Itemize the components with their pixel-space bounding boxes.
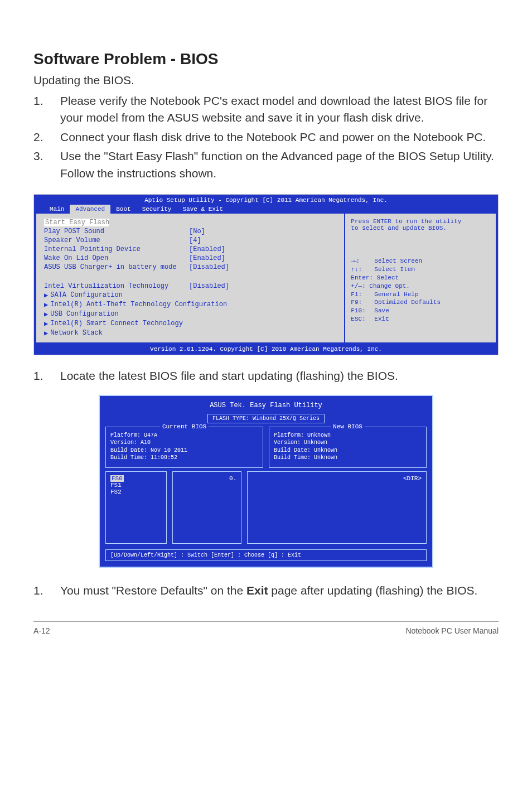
bios-footer: Version 2.01.1204. Copyright [C] 2010 Am… (34, 345, 498, 355)
submenu-arrow-icon: ▶ (44, 291, 50, 299)
step-4-text: Locate the latest BIOS file and start up… (60, 368, 398, 384)
bios-title: Aptio Setup Utility - Copyright [C] 2011… (34, 195, 498, 204)
drive-fs2[interactable]: FS2 (110, 489, 162, 495)
smart-connect-item[interactable]: Intel(R) Smart Connect Technology (50, 320, 195, 328)
drive-fs0[interactable]: FS0 (110, 475, 124, 482)
easy-flash-screenshot: ASUS Tek. Easy Flash Utility FLASH TYPE:… (99, 395, 433, 568)
anti-theft-item[interactable]: Intel(R) Anti-Theft Technology Configura… (50, 301, 227, 309)
section-heading: Software Problem - BIOS (33, 50, 499, 68)
help-select-item: Select Item (374, 265, 415, 274)
page-footer: A-12 Notebook PC User Manual (33, 621, 499, 635)
speaker-volume-value: [4] (189, 236, 201, 244)
step-1-text: Please verify the Notebook PC's exact mo… (60, 93, 499, 127)
bios-help-panel: Press ENTER to run the utility to select… (344, 214, 496, 342)
bios-left-panel: Start Easy Flash Play POST Sound[No] Spe… (36, 214, 344, 342)
help-f9-key: F9: (351, 298, 371, 307)
tab-boot[interactable]: Boot (110, 205, 136, 214)
submenu-arrow-icon: ▶ (44, 301, 50, 309)
step-5-text-c: page after updating (flashing) the BIOS. (268, 584, 478, 597)
step-2-text: Connect your flash disk drive to the Not… (60, 129, 486, 146)
step-1: Please verify the Notebook PC's exact mo… (33, 93, 499, 127)
tab-advanced[interactable]: Advanced (70, 205, 110, 214)
section-subtitle: Updating the BIOS. (33, 74, 499, 87)
virtualization-value: [Disabled] (189, 282, 229, 290)
usb-config-item[interactable]: USB Configuration (50, 310, 195, 318)
easy-flash-keyhints: [Up/Down/Left/Right] : Switch [Enter] : … (105, 549, 427, 561)
virtualization-label[interactable]: Intel Virtualization Technology (44, 282, 189, 290)
file-entry-name[interactable]: 0. (177, 475, 236, 482)
tab-main[interactable]: Main (44, 205, 70, 214)
drive-fs1[interactable]: FS1 (110, 482, 162, 489)
flash-type-label: FLASH TYPE: Winbond 25X/Q Series (207, 414, 325, 423)
wake-lid-label[interactable]: Wake On Lid Open (44, 254, 189, 262)
help-f10-key: F10: (351, 307, 371, 315)
help-esc-text: Exit (374, 315, 389, 323)
step-3-text: Use the "Start Easy Flash" function on t… (60, 148, 499, 182)
new-bios-panel: New BIOS Platform: Unknown Version: Unkn… (269, 427, 427, 468)
step-5: You must "Restore Defaults" on the Exit … (33, 582, 499, 599)
help-f1-text: General Help (374, 291, 418, 299)
start-easy-flash-item[interactable]: Start Easy Flash (44, 219, 109, 226)
help-esc-key: ESC: (351, 315, 371, 323)
file-name-list[interactable]: 0. (172, 471, 241, 544)
pointing-device-value: [Enabled] (189, 245, 225, 253)
step-5-exit-bold: Exit (246, 584, 268, 597)
current-build-date: Build Date: Nov 10 2011 (110, 447, 258, 455)
arrow-lr-icon: →←: (351, 257, 371, 265)
bios-setup-screenshot: Aptio Setup Utility - Copyright [C] 2011… (33, 194, 499, 355)
help-f10-text: Save (374, 307, 389, 315)
new-build-date: Build Date: Unknown (274, 447, 422, 455)
step-4: Locate the latest BIOS file and start up… (33, 368, 499, 384)
help-enter: Enter: Select (351, 274, 490, 282)
arrow-ud-icon: ↑↓: (351, 265, 371, 274)
file-entry-type: <DIR> (252, 475, 422, 482)
sata-config-item[interactable]: SATA Configuration (50, 291, 195, 299)
bios-hint-line-2: to select and update BIOS. (351, 225, 490, 231)
step-5-text-a: You must "Restore Defaults" on the (60, 584, 246, 597)
current-bios-panel: Current BIOS Platform: U47A Version: A10… (105, 427, 263, 468)
submenu-arrow-icon: ▶ (44, 329, 50, 337)
tab-save-exit[interactable]: Save & Exit (177, 205, 229, 214)
current-version: Version: A10 (110, 439, 258, 447)
play-post-sound-value: [No] (189, 228, 205, 235)
new-version: Version: Unknown (274, 439, 422, 447)
step-2: Connect your flash disk drive to the Not… (33, 129, 499, 146)
speaker-volume-label[interactable]: Speaker Volume (44, 236, 189, 244)
new-bios-label: New BIOS (331, 423, 365, 430)
bios-hint-line-1: Press ENTER to run the utility (351, 218, 490, 225)
network-stack-item[interactable]: Network Stack (50, 329, 195, 337)
usb-charger-value: [Disabled] (189, 263, 229, 271)
current-bios-label: Current BIOS (160, 423, 209, 430)
wake-lid-value: [Enabled] (189, 254, 225, 262)
current-build-time: Build Time: 11:08:52 (110, 454, 258, 462)
play-post-sound-label[interactable]: Play POST Sound (44, 228, 189, 235)
page-number: A-12 (33, 626, 50, 635)
help-select-screen: Select Screen (374, 257, 422, 265)
easy-flash-title: ASUS Tek. Easy Flash Utility (103, 399, 429, 414)
help-change-opt: +/—: Change Opt. (351, 282, 490, 291)
drive-list[interactable]: FS0 FS1 FS2 (105, 471, 167, 544)
new-build-time: Build Time: Unknown (274, 454, 422, 462)
step-3: Use the "Start Easy Flash" function on t… (33, 148, 499, 182)
pointing-device-label[interactable]: Internal Pointing Device (44, 245, 189, 253)
tab-security[interactable]: Security (137, 205, 177, 214)
help-f9-text: Optimized Defaults (374, 298, 441, 307)
bios-tab-bar: Main Advanced Boot Security Save & Exit (34, 204, 498, 214)
help-f1-key: F1: (351, 291, 371, 299)
usb-charger-label[interactable]: ASUS USB Charger+ in battery mode (44, 263, 189, 271)
manual-title: Notebook PC User Manual (405, 626, 499, 635)
submenu-arrow-icon: ▶ (44, 320, 50, 328)
submenu-arrow-icon: ▶ (44, 310, 50, 318)
file-type-list: <DIR> (247, 471, 427, 544)
